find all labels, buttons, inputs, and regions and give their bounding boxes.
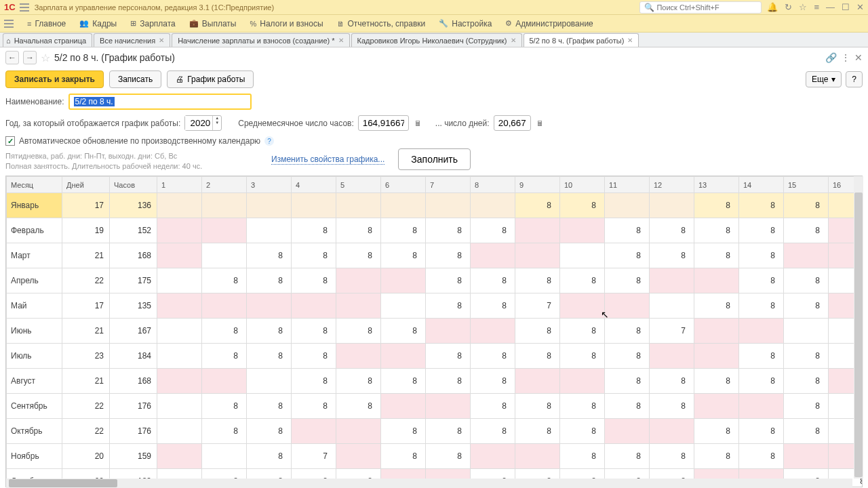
menu-icon-6: 🔧 [439,19,448,28]
more-vert-icon[interactable]: ⋮ [841,52,850,63]
spin-down-icon[interactable]: ▼ [213,121,221,125]
menu-icon-3: 💼 [189,19,199,28]
col-day-13[interactable]: 13 [694,177,739,193]
col-day-2[interactable]: 2 [202,177,247,193]
fill-button[interactable]: Заполнить [398,148,471,170]
avg-days-input[interactable] [494,115,531,131]
col-day-15[interactable]: 15 [784,177,829,193]
app-title: Зарплата и управление персоналом, редакц… [35,3,640,12]
menu-item-6[interactable]: 🔧 Настройка [433,17,497,30]
menu-icon-0: ≡ [27,20,31,28]
col-hours[interactable]: Часов [110,177,157,193]
vertical-scrollbar[interactable] [854,176,863,479]
avg-hours-label: Среднемесячное число часов: [238,119,354,128]
col-day-9[interactable]: 9 [515,177,560,193]
page-title: 5/2 по 8 ч. (График работы) [54,52,175,63]
col-day-6[interactable]: 6 [381,177,426,193]
minimize-icon[interactable]: — [826,2,835,12]
save-and-close-button[interactable]: Записать и закрыть [5,70,104,88]
col-day-14[interactable]: 14 [739,177,784,193]
name-input[interactable]: 5/2 по 8 ч. [68,94,252,110]
change-properties-link[interactable]: Изменить свойства графика... [271,155,384,165]
tab-close-icon[interactable]: ✕ [159,37,164,44]
menu-item-7[interactable]: ⚙ Администрирование [500,17,598,30]
schedule-desc-2: Полная занятость. Длительность рабочей н… [5,161,266,171]
tab-1[interactable]: Все начисления ✕ [94,33,170,47]
tab-close-icon[interactable]: ✕ [511,37,516,44]
table-row[interactable]: Апрель 22 17588888888888 [7,268,863,293]
col-day-8[interactable]: 8 [471,177,515,193]
link-icon[interactable]: 🔗 [825,52,837,63]
horizontal-scrollbar[interactable] [6,479,852,488]
table-row[interactable]: Февраль 19 1528888888888 [7,218,863,243]
home-icon: ⌂ [6,37,11,45]
year-spinner[interactable]: ▲▼ [184,115,222,131]
col-day-12[interactable]: 12 [650,177,694,193]
col-day-1[interactable]: 1 [157,177,202,193]
table-row[interactable]: Октябрь 22 17688888888888 [7,419,863,444]
tab-2[interactable]: Начисление зарплаты и взносов (создание)… [172,33,349,47]
col-day-3[interactable]: 3 [247,177,292,193]
col-days[interactable]: Дней [62,177,110,193]
nav-back-button[interactable]: ← [5,51,19,64]
favorite-star-icon[interactable]: ☆ [41,52,50,64]
settings-icon[interactable]: ≡ [814,2,819,12]
col-day-7[interactable]: 7 [426,177,471,193]
schedule-table[interactable]: Месяц Дней Часов12345678910111213141516 … [6,176,862,487]
calculator-icon-2[interactable]: 🖩 [536,119,544,127]
col-day-5[interactable]: 5 [336,177,381,193]
menu-item-1[interactable]: 👥 Кадры [74,17,122,30]
app-logo: 1С [4,2,16,12]
close-window-icon[interactable]: ✕ [856,2,864,12]
hamburger-icon[interactable] [20,3,29,12]
table-row[interactable]: Ноябрь 20 159878888888 [7,444,863,469]
more-button[interactable]: Еще ▾ [806,71,842,87]
menu-item-3[interactable]: 💼 Выплаты [184,17,242,30]
tab-0[interactable]: ⌂ Начальная страница [3,33,92,47]
table-row[interactable]: Май 17 1358878888 [7,293,863,319]
col-day-4[interactable]: 4 [292,177,336,193]
search-input[interactable] [656,3,757,12]
table-row[interactable]: Март 21 168888888888 [7,243,863,268]
year-input[interactable] [185,116,212,130]
tab-3[interactable]: Кадровиков Игорь Николаевич (Сотрудник) … [351,33,522,47]
close-tab-icon[interactable]: ✕ [854,52,863,63]
help-button[interactable]: ? [846,71,863,87]
menu-item-4[interactable]: % Налоги и взносы [244,17,328,30]
col-month[interactable]: Месяц [7,177,62,193]
menu-icon-2: ⊞ [130,19,136,28]
nav-forward-button[interactable]: → [23,51,37,64]
global-search[interactable]: 🔍 [639,1,762,14]
save-button[interactable]: Записать [109,70,161,88]
tab-close-icon[interactable]: ✕ [627,37,633,44]
menu-item-5[interactable]: 🗎 Отчетность, справки [332,17,431,30]
help-hint-icon[interactable]: ? [264,136,274,146]
menu-item-0[interactable]: ≡ Главное [22,17,71,30]
printer-icon: 🖨 [176,75,184,84]
main-menu: ≡ Главное 👥 Кадры ⊞ Зарплата 💼 Выплаты %… [0,15,868,33]
menu-hamburger-icon[interactable] [4,20,14,28]
table-row[interactable]: Июль 23 18488888888888 [7,344,863,369]
spin-up-icon[interactable]: ▲ [213,116,221,121]
calculator-icon[interactable]: 🖩 [414,119,422,127]
tab-close-icon[interactable]: ✕ [338,37,344,44]
tab-4[interactable]: 5/2 по 8 ч. (График работы) ✕ [524,33,639,47]
table-row[interactable]: Сентябрь 22 17688888888888 [7,394,863,419]
col-day-11[interactable]: 11 [605,177,650,193]
maximize-icon[interactable]: ☐ [842,2,850,12]
avg-hours-input[interactable] [358,115,409,131]
chevron-down-icon: ▾ [831,75,835,84]
menu-item-2[interactable]: ⊞ Зарплата [125,17,181,30]
print-schedule-button[interactable]: 🖨 График работы [167,70,254,88]
menu-icon-1: 👥 [79,19,89,28]
schedule-table-container: Месяц Дней Часов12345678910111213141516 … [5,176,863,487]
table-row[interactable]: Июнь 21 1678888888878 [7,319,863,344]
table-row[interactable]: Август 21 1688888888888 [7,369,863,394]
history-icon[interactable]: ↻ [785,2,792,12]
col-day-10[interactable]: 10 [560,177,605,193]
menu-icon-5: 🗎 [337,20,344,28]
table-row[interactable]: Январь 17 136888888 [7,193,863,218]
bell-icon[interactable]: 🔔 [767,2,778,12]
auto-update-checkbox[interactable]: ✓ [5,136,15,146]
star-icon[interactable]: ☆ [799,2,807,12]
